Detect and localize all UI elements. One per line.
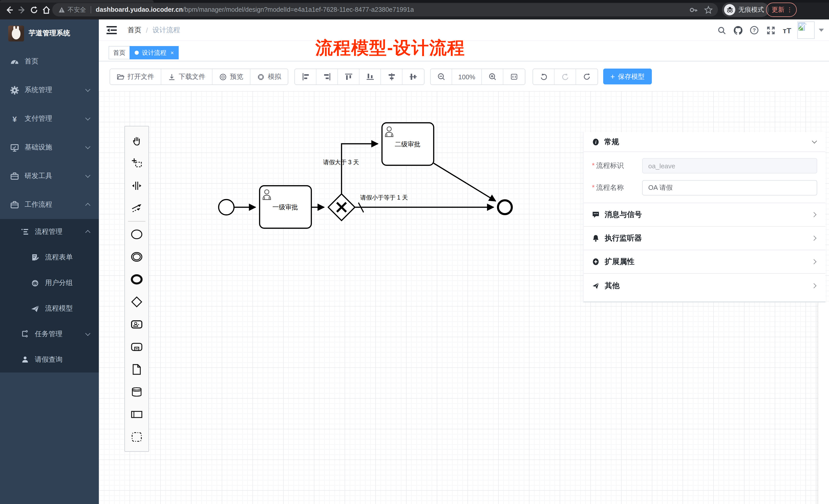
exclusive-gateway[interactable] xyxy=(328,194,355,221)
tab-close-icon[interactable]: × xyxy=(171,50,174,56)
fullscreen-icon[interactable] xyxy=(762,20,779,41)
tag-tab-active[interactable]: 设计流程 × xyxy=(130,46,179,60)
sidebar-item-home[interactable]: 首页 xyxy=(0,47,99,76)
message-icon xyxy=(592,211,600,219)
undo-button[interactable] xyxy=(533,69,554,84)
open-file-button[interactable]: 打开文件 xyxy=(110,69,161,84)
global-connect-tool[interactable] xyxy=(125,197,148,220)
font-size-icon[interactable]: тT xyxy=(779,20,795,41)
align-left-button[interactable] xyxy=(295,69,317,84)
sidebar-item-leave-query[interactable]: 请假查询 xyxy=(0,347,99,373)
browser-update-button[interactable]: 更新 ⋮ xyxy=(766,3,797,17)
align-center-horizontal-button[interactable] xyxy=(381,69,402,84)
avatar-dropdown-icon[interactable] xyxy=(819,29,824,32)
collapse-icon[interactable] xyxy=(812,139,817,144)
flow-label-le1[interactable]: 请假小于等于 1 天 xyxy=(360,194,408,201)
preview-button[interactable]: 预览 xyxy=(213,69,250,84)
home-icon[interactable] xyxy=(41,5,51,15)
monitor-icon xyxy=(10,143,19,152)
browser-tabstrip xyxy=(0,0,829,3)
security-chip[interactable]: 不安全 xyxy=(58,5,86,14)
sidebar-item-devtools[interactable]: 研发工具 xyxy=(0,162,99,190)
plus-circle-icon xyxy=(592,258,600,266)
sidebar-item-process-form[interactable]: 流程表单 xyxy=(0,244,99,270)
zoom-in-button[interactable] xyxy=(482,69,503,84)
process-name-input[interactable] xyxy=(642,180,817,195)
sidebar-item-process-model[interactable]: 流程模型 xyxy=(0,296,99,321)
github-icon[interactable] xyxy=(730,20,746,41)
gear-icon xyxy=(10,86,19,94)
breadcrumb-home[interactable]: 首页 xyxy=(128,26,141,35)
tree-list-icon xyxy=(21,227,29,236)
section-message-signal[interactable]: 消息与信号 xyxy=(584,203,825,227)
security-label: 不安全 xyxy=(68,5,86,14)
user-task-2[interactable]: 二级审批 xyxy=(382,123,434,165)
align-middle-vertical-button[interactable] xyxy=(402,69,424,84)
reload-icon[interactable] xyxy=(29,5,39,15)
sidebar-item-system[interactable]: 系统管理 xyxy=(0,76,99,104)
align-right-button[interactable] xyxy=(317,69,338,84)
avatar[interactable] xyxy=(797,22,815,39)
redo-button[interactable] xyxy=(554,69,576,84)
align-top-button[interactable] xyxy=(338,69,359,84)
space-tool[interactable] xyxy=(125,175,148,197)
align-bottom-button[interactable] xyxy=(359,69,381,84)
flow-gateway-to-task2[interactable] xyxy=(341,144,378,194)
section-other[interactable]: 其他 xyxy=(584,274,825,297)
app-logo[interactable]: 芋道管理系统 xyxy=(0,20,99,47)
create-gateway[interactable] xyxy=(125,290,148,313)
back-icon[interactable] xyxy=(4,5,14,15)
sidebar-collapse-icon[interactable] xyxy=(106,25,117,35)
help-icon[interactable]: ? xyxy=(746,20,762,41)
create-group[interactable] xyxy=(125,426,148,448)
section-execution-listener[interactable]: 执行监听器 xyxy=(584,227,825,250)
end-event[interactable] xyxy=(498,200,512,214)
simulate-button[interactable]: 模拟 xyxy=(250,69,288,84)
task1-label: 一级审批 xyxy=(273,203,298,210)
warning-icon xyxy=(58,6,65,13)
create-user-task[interactable] xyxy=(125,313,148,336)
tag-tab-home[interactable]: 首页 xyxy=(109,46,130,60)
password-key-icon[interactable] xyxy=(689,5,698,14)
create-intermediate-event[interactable] xyxy=(125,245,148,268)
flow-label-gt3[interactable]: 请假大于 3 天 xyxy=(323,159,359,165)
save-model-button[interactable]: + 保存模型 xyxy=(603,69,652,84)
form-edit-icon xyxy=(31,253,39,262)
general-section-header[interactable]: i 常规 xyxy=(584,132,825,152)
search-icon[interactable] xyxy=(713,20,730,41)
forward-icon[interactable] xyxy=(16,5,27,15)
download-file-button[interactable]: 下载文件 xyxy=(161,69,213,84)
sidebar-item-process-mgmt[interactable]: 流程管理 xyxy=(0,219,99,244)
process-key-input[interactable] xyxy=(642,158,817,173)
create-participant[interactable] xyxy=(125,403,148,426)
flow-task2-to-end[interactable] xyxy=(434,163,496,201)
reset-button[interactable] xyxy=(576,69,598,84)
incognito-label: 无痕模式 xyxy=(738,5,764,14)
lasso-tool[interactable] xyxy=(125,152,148,175)
chevron-right-icon xyxy=(811,259,817,264)
browser-active-tab[interactable] xyxy=(0,0,154,3)
sidebar-item-infra[interactable]: 基础设施 xyxy=(0,133,99,162)
create-data-object[interactable] xyxy=(125,358,148,381)
sidebar-item-user-group[interactable]: 用户分组 xyxy=(0,270,99,296)
create-data-store[interactable] xyxy=(125,381,148,403)
browser-menu-icon[interactable]: ⋮ xyxy=(787,6,793,13)
sidebar-item-workflow[interactable]: 工作流程 xyxy=(0,190,99,219)
fit-canvas-button[interactable] xyxy=(503,69,525,84)
process-name-field: *流程名称 xyxy=(592,180,817,195)
address-bar[interactable]: 不安全 dashboard.yudao.iocoder.cn/bpm/manag… xyxy=(52,3,718,16)
right-drawer-edge xyxy=(818,302,829,504)
create-start-event[interactable] xyxy=(125,223,148,245)
sidebar-item-payment[interactable]: ¥ 支付管理 xyxy=(0,104,99,133)
user-task-1[interactable]: 一级审批 xyxy=(260,186,311,228)
create-subprocess[interactable] xyxy=(125,336,148,358)
start-event[interactable] xyxy=(219,200,234,215)
create-end-event[interactable] xyxy=(125,268,148,290)
hand-tool[interactable] xyxy=(125,129,148,152)
url-text[interactable]: dashboard.yudao.iocoder.cn/bpm/manager/m… xyxy=(96,6,414,13)
section-extended-attrs[interactable]: 扩展属性 xyxy=(584,250,825,274)
chevron-right-icon xyxy=(811,283,817,288)
sidebar-item-task-mgmt[interactable]: 任务管理 xyxy=(0,321,99,347)
zoom-out-button[interactable] xyxy=(431,69,452,84)
bookmark-star-icon[interactable] xyxy=(704,5,713,14)
